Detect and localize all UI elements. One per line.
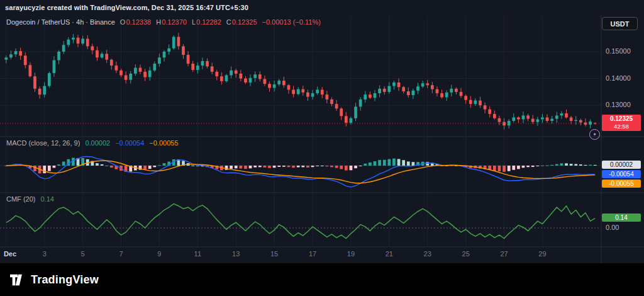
time-axis-label: 13: [232, 250, 240, 258]
cmf-legend[interactable]: CMF (20) 0.14: [6, 195, 54, 203]
time-axis-label: 9: [157, 250, 161, 258]
high-value: 0.12370: [162, 18, 187, 26]
ohlc-low: L0.12282: [192, 18, 221, 26]
attribution-text: sarayucyzie created with TradingView.com…: [5, 4, 248, 11]
low-value: 0.12282: [196, 18, 221, 26]
macd-line-value: −0.00054: [115, 139, 144, 147]
time-axis-label: 23: [424, 250, 431, 258]
last-price-badge: 0.12325 42:58: [602, 115, 641, 131]
price-axis-label: 0.13000: [606, 101, 631, 108]
macd-hist-badge: 0.00002: [602, 161, 641, 169]
macd-signal-badge: -0.00055: [602, 179, 641, 188]
ohlc-close: C0.12325: [226, 18, 257, 26]
time-axis-label: 17: [309, 250, 316, 258]
cmf-value-badge: 0.14: [602, 213, 641, 222]
time-axis-label: 3: [43, 250, 47, 258]
price-axis[interactable]: 0.150000.140000.13000: [601, 15, 644, 247]
bar-countdown: 42:58: [602, 123, 641, 130]
macd-legend-title: MACD (close, 12, 26, 9): [6, 139, 80, 147]
macd-hist-value: 0.00002: [85, 139, 110, 147]
symbol-legend[interactable]: Dogecoin / TetherUS · 4h · Binance O0.12…: [6, 18, 321, 26]
price-axis-label: 0.15000: [606, 47, 631, 55]
time-axis-label: 19: [347, 250, 355, 258]
time-axis-label: Dec: [4, 250, 16, 258]
tradingview-chart-screenshot: sarayucyzie created with TradingView.com…: [0, 0, 644, 296]
macd-signal-value: −0.00055: [149, 139, 178, 147]
attribution-bar: sarayucyzie created with TradingView.com…: [0, 0, 644, 15]
symbol-title: Dogecoin / TetherUS · 4h · Binance: [6, 18, 115, 26]
time-axis-label: 7: [119, 250, 123, 258]
cmf-zero-label: 0.00: [606, 224, 619, 231]
open-label: O: [120, 18, 126, 26]
reactions-icon[interactable]: ✦: [589, 129, 600, 140]
time-axis-label: 11: [194, 250, 201, 258]
tradingview-wordmark[interactable]: TradingView: [31, 273, 99, 287]
macd-line-badge: -0.00054: [602, 170, 641, 178]
last-price-value: 0.12325: [602, 115, 641, 123]
cmf-legend-title: CMF (20): [6, 195, 35, 203]
open-value: 0.12338: [126, 18, 151, 26]
high-label: H: [156, 18, 161, 26]
ohlc-high: H0.12370: [156, 18, 187, 26]
tradingview-logo-icon[interactable]: [10, 274, 25, 286]
price-axis-label: 0.14000: [606, 74, 631, 82]
time-axis-label: 25: [462, 250, 470, 258]
close-value: 0.12325: [232, 18, 257, 26]
close-label: C: [226, 18, 231, 26]
macd-legend[interactable]: MACD (close, 12, 26, 9) 0.00002 −0.00054…: [6, 139, 179, 147]
ohlc-open: O0.12338: [120, 18, 151, 26]
time-axis-label: 5: [81, 250, 85, 258]
footer-bar: TradingView: [0, 263, 644, 296]
time-axis-label: 29: [538, 250, 546, 258]
price-change: −0.00013 (−0.11%): [262, 18, 321, 26]
time-axis-label: 27: [500, 250, 508, 258]
time-axis[interactable]: Dec357911131517192123252729: [0, 248, 601, 263]
time-axis-label: 21: [386, 250, 393, 258]
time-axis-label: 15: [270, 250, 278, 258]
cmf-value: 0.14: [40, 195, 53, 203]
low-label: L: [192, 18, 196, 26]
